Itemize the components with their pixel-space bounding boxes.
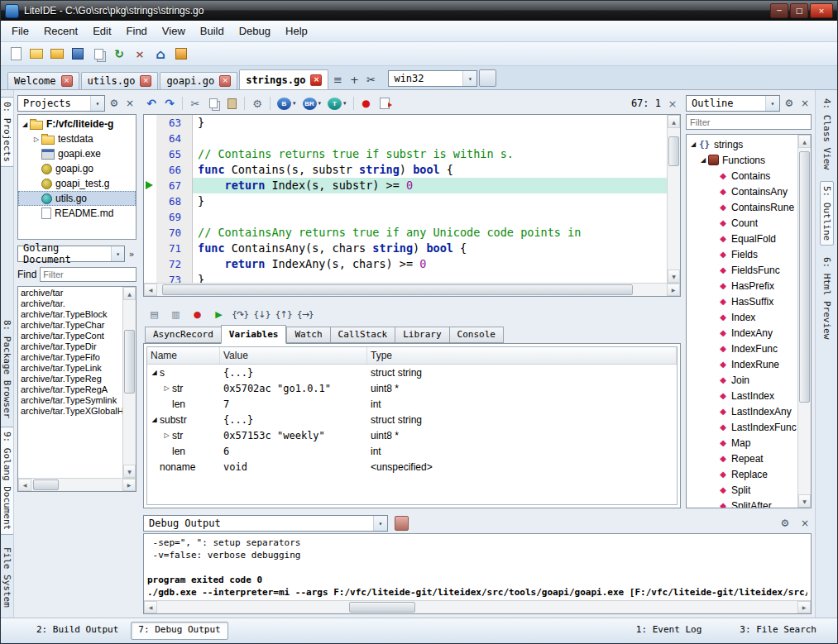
closed-arrow-icon[interactable]: ▷ xyxy=(161,384,172,392)
outline-item-map[interactable]: ◆Map xyxy=(687,435,797,451)
project-item-goapi_test-g[interactable]: goapi_test.g xyxy=(18,176,136,191)
step-into-icon[interactable]: {↓} xyxy=(252,306,271,322)
close-editor-icon[interactable]: ✂ xyxy=(363,71,378,88)
code-editor[interactable]: 63}6465// Contains returns true if subst… xyxy=(143,114,681,297)
code-line[interactable]: 67 return Index(s, substr) >= 0 xyxy=(144,178,667,193)
save-session-icon[interactable]: ▥ xyxy=(166,306,184,322)
doc-list-vscrollbar[interactable]: ▲ ▼ xyxy=(122,287,136,478)
close-file-icon[interactable] xyxy=(132,45,148,62)
open-arrow-icon[interactable]: ◢ xyxy=(698,156,708,164)
variable-row[interactable]: len7int xyxy=(147,396,677,412)
doc-list-item[interactable]: archive/tar.TypeDir xyxy=(18,341,122,352)
scroll-down-icon[interactable]: ▼ xyxy=(668,270,680,283)
code-line[interactable]: 69 xyxy=(144,209,667,225)
debug-tab-console[interactable]: Console xyxy=(449,327,504,343)
sidebar-button-6-html-preview[interactable]: 6: Html Preview xyxy=(821,253,833,343)
scrollbar-thumb[interactable] xyxy=(349,602,414,613)
step-out-icon[interactable]: {↑} xyxy=(274,306,292,322)
project-item-f-vfc-liteide-g[interactable]: ◢F:/vfc/liteide-g xyxy=(18,117,136,131)
menu-item-help[interactable]: Help xyxy=(278,22,315,40)
scrollbar-thumb[interactable] xyxy=(162,284,633,295)
scroll-down-icon[interactable]: ▼ xyxy=(123,465,136,478)
scroll-right-icon[interactable]: ▶ xyxy=(667,284,680,296)
run-to-cursor-icon[interactable]: {→} xyxy=(296,306,314,322)
scroll-left-icon[interactable]: ◀ xyxy=(144,284,157,296)
tab-close-icon[interactable]: × xyxy=(310,74,322,86)
variable-row[interactable]: len6int xyxy=(147,443,677,459)
editor-settings-gear-icon[interactable]: ⚙ xyxy=(249,95,266,112)
project-item-goapi-exe[interactable]: goapi.exe xyxy=(18,146,136,161)
column-header-name[interactable]: Name xyxy=(147,347,220,364)
load-session-icon[interactable]: ▤ xyxy=(145,306,163,322)
open-arrow-icon[interactable]: ◢ xyxy=(149,369,160,376)
new-file-icon[interactable] xyxy=(7,45,24,62)
outline-item-fields[interactable]: ◆Fields xyxy=(687,246,797,262)
outline-close-icon[interactable]: × xyxy=(798,97,812,110)
editor-vscrollbar[interactable]: ▲ ▼ xyxy=(667,115,680,283)
doc-list-item[interactable]: archive/tar.TypeFifo xyxy=(18,352,122,363)
project-item-goapi-go[interactable]: goapi.go xyxy=(18,161,136,176)
outline-item-count[interactable]: ◆Count xyxy=(687,215,797,231)
tab-utils-go[interactable]: utils.go× xyxy=(81,72,159,89)
tab-close-icon[interactable]: × xyxy=(219,75,231,87)
outline-item-indexrune[interactable]: ◆IndexRune xyxy=(687,356,797,372)
scrollbar-thumb[interactable] xyxy=(124,330,135,394)
project-item-testdata[interactable]: ▷testdata xyxy=(18,131,136,146)
scrollbar-thumb[interactable] xyxy=(799,151,810,403)
scrollbar-thumb[interactable] xyxy=(33,479,59,490)
paste-icon[interactable] xyxy=(223,95,240,112)
scroll-down-icon[interactable]: ▼ xyxy=(798,494,811,508)
menu-item-edit[interactable]: Edit xyxy=(85,22,118,40)
scroll-left-icon[interactable]: ◀ xyxy=(18,479,31,491)
outline-item-replace[interactable]: ◆Replace xyxy=(687,466,797,482)
outline-item-containsrune[interactable]: ◆ContainsRune xyxy=(687,199,797,215)
menu-item-view[interactable]: View xyxy=(155,22,193,40)
scrollbar-thumb[interactable] xyxy=(668,136,679,166)
menu-item-build[interactable]: Build xyxy=(193,22,232,40)
outline-item-splitafter[interactable]: ◆SplitAfter xyxy=(687,498,797,508)
step-over-icon[interactable]: {↷} xyxy=(231,306,249,322)
doc-list-item[interactable]: archive/tar.TypeReg xyxy=(18,374,122,384)
doc-filter-input[interactable] xyxy=(40,267,136,282)
outline-item-join[interactable]: ◆Join xyxy=(687,372,797,388)
doc-list-item[interactable]: archive/tar.TypeCont xyxy=(18,331,122,341)
outline-item-indexany[interactable]: ◆IndexAny xyxy=(687,325,797,341)
doc-list-item[interactable]: archive/tar.TypeBlock xyxy=(18,309,122,320)
build-run-menu-button[interactable]: BR ▾ xyxy=(300,95,324,112)
copy-icon[interactable] xyxy=(205,95,222,112)
sidebar-button-8-package-browser[interactable]: 8: Package Browser xyxy=(1,316,13,422)
split-editor-icon[interactable]: + xyxy=(347,71,362,88)
outline-item-lastindexfunc[interactable]: ◆LastIndexFunc xyxy=(687,419,797,435)
open-folder-icon[interactable] xyxy=(49,45,65,62)
sidebar-button-4-class-view[interactable]: 4: Class View xyxy=(821,94,833,174)
status-button-3-file-search[interactable]: 3: File Search xyxy=(732,622,824,640)
output-close-icon[interactable]: × xyxy=(798,517,812,530)
scroll-left-icon[interactable]: ◀ xyxy=(144,601,157,613)
open-file-icon[interactable] xyxy=(28,45,45,62)
tab-welcome[interactable]: Welcome× xyxy=(7,72,79,89)
doc-list-item[interactable]: archive/tar.TypeChar xyxy=(18,320,122,331)
close-button[interactable]: × xyxy=(810,3,833,18)
tab-close-icon[interactable]: × xyxy=(140,75,151,87)
projects-view-combo[interactable]: Projects ▾ xyxy=(17,95,105,112)
minimize-button[interactable]: ─ xyxy=(770,3,788,18)
golang-document-combo[interactable]: Golang Document ▾ xyxy=(17,246,125,262)
outline-item-equalfold[interactable]: ◆EqualFold xyxy=(687,231,797,246)
tab-close-icon[interactable]: × xyxy=(61,75,73,87)
debug-output-console[interactable]: -sep=", ": setup separators -v=false: ve… xyxy=(143,533,812,614)
output-view-combo[interactable]: Debug Output ▾ xyxy=(143,515,388,532)
outline-item-repeat[interactable]: ◆Repeat xyxy=(687,451,797,466)
outline-view-combo[interactable]: Outline ▾ xyxy=(686,95,780,112)
outline-item-functions[interactable]: ◢Functions xyxy=(687,152,797,168)
undo-icon[interactable]: ↶ xyxy=(143,95,160,112)
output-hscrollbar[interactable]: ◀ ▶ xyxy=(144,600,811,613)
variable-row[interactable]: ◢s{...}struct string xyxy=(147,365,677,380)
outline-vscrollbar[interactable]: ▲ ▼ xyxy=(797,135,811,508)
code-line[interactable]: 63} xyxy=(144,115,667,131)
projects-gear-icon[interactable]: ⚙ xyxy=(108,97,121,110)
code-line[interactable]: 73} xyxy=(144,272,667,283)
outline-item-indexfunc[interactable]: ◆IndexFunc xyxy=(687,341,797,356)
scroll-right-icon[interactable]: ▶ xyxy=(797,601,811,613)
open-arrow-icon[interactable]: ◢ xyxy=(149,416,160,423)
variable-row[interactable]: ◢substr{...}struct string xyxy=(147,412,677,427)
